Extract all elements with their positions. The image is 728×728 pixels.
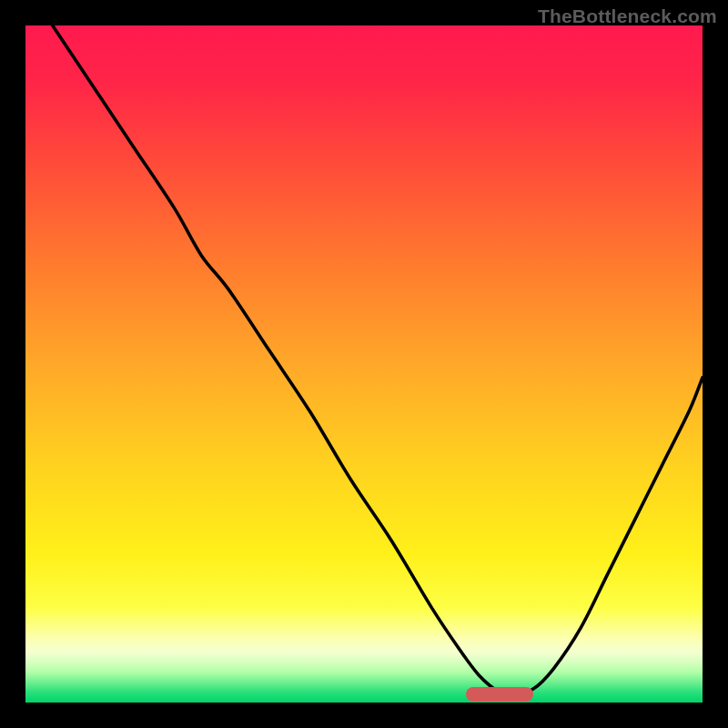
heat-gradient-background <box>25 25 703 703</box>
watermark-text: TheBottleneck.com <box>538 5 717 27</box>
chart-frame: TheBottleneck.com <box>0 0 728 728</box>
plot-area <box>25 25 703 703</box>
optimal-range-marker <box>466 687 533 702</box>
